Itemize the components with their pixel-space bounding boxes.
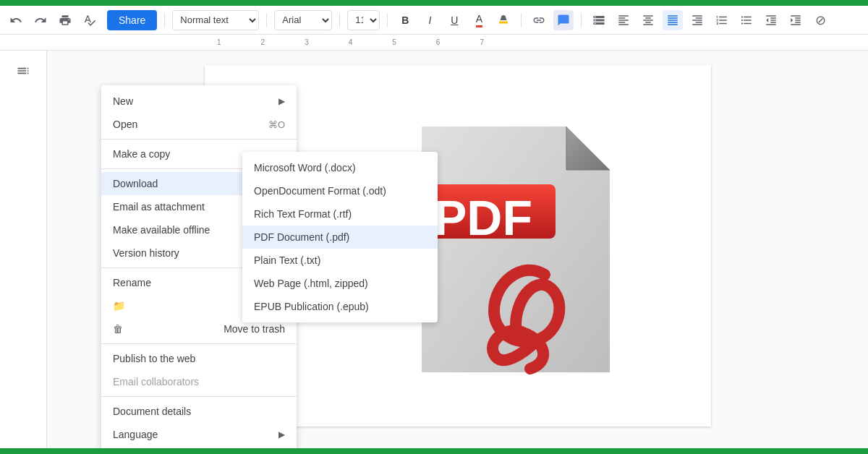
language-chevron: ▶ <box>278 429 285 440</box>
word-label: Microsoft Word (.docx) <box>254 162 356 174</box>
menu-item-publish[interactable]: Publish to the web <box>101 347 297 370</box>
doc-details-label: Document details <box>113 406 191 417</box>
ruler-mark-6: 6 <box>436 38 441 46</box>
submenu-item-odt[interactable]: OpenDocument Format (.odt) <box>242 179 438 202</box>
undo-button[interactable] <box>6 10 26 30</box>
link-button[interactable] <box>529 10 549 30</box>
make-copy-label: Make a copy <box>113 148 170 160</box>
new-chevron: ▶ <box>278 96 285 106</box>
align-right-button[interactable] <box>687 10 707 30</box>
menu-item-new-label: New <box>113 95 133 107</box>
style-select[interactable]: Normal text <box>172 10 259 30</box>
ruler-mark-7: 7 <box>480 38 484 46</box>
spellcheck-button[interactable] <box>80 10 100 30</box>
comment-button[interactable] <box>553 10 574 30</box>
submenu-item-rtf[interactable]: Rich Text Format (.rtf) <box>242 202 438 226</box>
align-left-button[interactable] <box>613 10 634 30</box>
menu-item-language[interactable]: Language ▶ <box>101 423 297 446</box>
pdf-label: PDF Document (.pdf) <box>254 231 349 243</box>
odt-label: OpenDocument Format (.odt) <box>254 185 386 197</box>
text-color2-button[interactable] <box>589 10 609 30</box>
separator-5 <box>101 396 297 397</box>
menu-item-new[interactable]: New ▶ <box>101 90 297 113</box>
version-history-label: Version history <box>113 247 179 259</box>
divider-3 <box>339 13 340 27</box>
ruler-mark-2: 2 <box>261 38 265 46</box>
align-center-button[interactable] <box>638 10 658 30</box>
rtf-label: Rich Text Format (.rtf) <box>254 208 352 220</box>
text-color-button[interactable]: A <box>469 10 489 30</box>
make-available-label: Make available offline <box>113 224 210 236</box>
menu-item-open-label: Open <box>113 119 137 130</box>
submenu-item-html[interactable]: Web Page (.html, zipped) <box>242 272 438 295</box>
svg-text:PDF: PDF <box>434 190 532 245</box>
download-label: Download <box>113 178 158 189</box>
ruler-mark-4: 4 <box>349 38 353 46</box>
epub-label: EPUB Publication (.epub) <box>254 301 369 312</box>
align-justify-button[interactable] <box>663 10 683 30</box>
email-collab-label: Email collaborators <box>113 376 199 387</box>
menu-item-email-collab: Email collaborators <box>101 370 297 393</box>
trash-icon: 🗑 <box>113 323 127 335</box>
folder-icon: 📁 <box>113 300 127 312</box>
redo-button[interactable] <box>30 10 51 30</box>
ruler-mark-1: 1 <box>217 38 221 46</box>
divider-2 <box>266 13 267 27</box>
email-attachment-label: Email as attachment <box>113 201 205 213</box>
increase-indent-button[interactable] <box>786 10 806 30</box>
numbered-list-button[interactable] <box>712 10 732 30</box>
print-button[interactable] <box>55 10 75 30</box>
font-size-select[interactable]: 11 <box>347 10 380 30</box>
italic-button[interactable]: I <box>420 10 440 30</box>
submenu-item-txt[interactable]: Plain Text (.txt) <box>242 249 438 272</box>
doc-area: PDF New ▶ <box>47 51 868 454</box>
download-submenu: Microsoft Word (.docx) OpenDocument Form… <box>242 152 438 322</box>
divider-4 <box>387 13 388 27</box>
divider-1 <box>164 13 165 27</box>
txt-label: Plain Text (.txt) <box>254 254 320 266</box>
sidebar <box>0 51 47 454</box>
ruler-mark-3: 3 <box>305 38 309 46</box>
ruler-mark-5: 5 <box>392 38 396 46</box>
menu-item-open[interactable]: Open ⌘O <box>101 113 297 136</box>
share-button[interactable]: Share <box>107 10 157 30</box>
menu-item-doc-details[interactable]: Document details <box>101 400 297 423</box>
submenu-item-pdf[interactable]: PDF Document (.pdf) <box>242 226 438 249</box>
main-layout: PDF New ▶ <box>0 51 868 454</box>
separator-4 <box>101 343 297 344</box>
html-label: Web Page (.html, zipped) <box>254 278 368 289</box>
toolbar: Share Normal text Arial 11 B I U A <box>0 6 868 35</box>
ruler: 1 2 3 4 5 6 7 <box>0 35 868 51</box>
trash-label: Move to trash <box>224 323 285 335</box>
font-select[interactable]: Arial <box>274 10 332 30</box>
submenu-item-epub[interactable]: EPUB Publication (.epub) <box>242 295 438 318</box>
language-label: Language <box>113 429 158 440</box>
separator-1 <box>101 139 297 140</box>
top-green-bar <box>0 0 868 6</box>
highlight-button[interactable] <box>493 10 514 30</box>
underline-button[interactable]: U <box>444 10 464 30</box>
bottom-green-bar <box>0 448 868 454</box>
submenu-item-word[interactable]: Microsoft Word (.docx) <box>242 156 438 179</box>
decrease-indent-button[interactable] <box>761 10 781 30</box>
rename-label: Rename <box>113 277 151 288</box>
publish-label: Publish to the web <box>113 353 195 364</box>
divider-5 <box>521 13 522 27</box>
divider-6 <box>581 13 582 27</box>
open-shortcut: ⌘O <box>268 119 285 130</box>
sidebar-outline-button[interactable] <box>9 56 38 85</box>
svg-rect-0 <box>499 21 508 23</box>
more-options-button[interactable]: ⊘ <box>810 10 830 30</box>
bold-button[interactable]: B <box>395 10 415 30</box>
bulleted-list-button[interactable] <box>736 10 757 30</box>
